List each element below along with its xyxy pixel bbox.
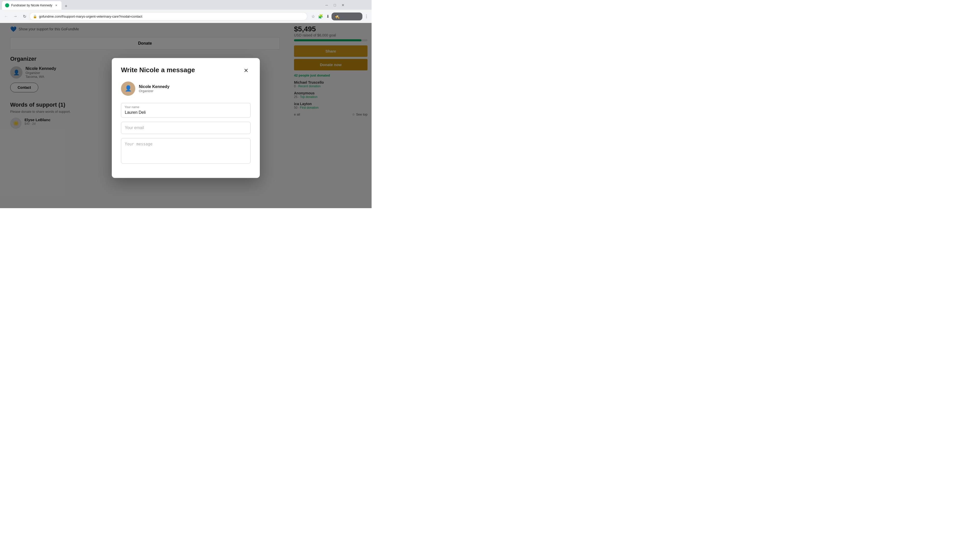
modal-organizer-avatar: 👤 — [121, 81, 135, 96]
modal-organizer-info: Nicole Kennedy Organizer — [139, 84, 169, 93]
tab-title: Fundraiser by Nicole Kennedy — [11, 3, 52, 7]
modal-title: Write Nicole a message — [121, 66, 195, 74]
modal-organizer-name: Nicole Kennedy — [139, 84, 169, 89]
active-tab[interactable]: Fundraiser by Nicole Kennedy ✕ — [2, 1, 62, 10]
message-textarea[interactable] — [121, 138, 251, 164]
modal-organizer-role: Organizer — [139, 89, 169, 93]
url-text: gofundme.com/f/support-marys-urgent-vete… — [39, 14, 304, 18]
modal-header: Write Nicole a message ✕ — [121, 66, 251, 75]
address-bar[interactable]: 🔒 gofundme.com/f/support-marys-urgent-ve… — [30, 12, 307, 21]
email-form-group — [121, 122, 251, 134]
avatar-image: 👤 — [125, 85, 132, 92]
incognito-label: Incognito — [342, 13, 360, 20]
incognito-badge: 🕵 Incognito — [331, 13, 363, 21]
star-icon[interactable]: ☆ — [310, 13, 316, 20]
browser-tabs: Fundraiser by Nicole Kennedy ✕ + ─ □ ✕ — [0, 0, 372, 10]
close-window-button[interactable]: ✕ — [340, 2, 346, 8]
back-button[interactable]: ← — [2, 12, 10, 21]
browser-nav: ← → ↻ 🔒 gofundme.com/f/support-marys-urg… — [0, 10, 372, 23]
maximize-button[interactable]: □ — [332, 2, 338, 8]
contact-modal: Write Nicole a message ✕ 👤 Nicole Kenned… — [112, 58, 260, 178]
email-input[interactable] — [121, 122, 251, 134]
new-tab-button[interactable]: + — [62, 3, 70, 10]
lock-icon: 🔒 — [33, 14, 37, 18]
reload-button[interactable]: ↻ — [21, 12, 29, 21]
browser-chrome: Fundraiser by Nicole Kennedy ✕ + ─ □ ✕ ←… — [0, 0, 372, 23]
download-icon[interactable]: ⬇ — [325, 13, 331, 20]
tab-favicon — [5, 3, 9, 7]
tab-close-button[interactable]: ✕ — [54, 3, 59, 7]
name-input[interactable] — [121, 103, 251, 118]
message-form-group — [121, 138, 251, 165]
name-form-group: Your name — [121, 103, 251, 118]
modal-close-button[interactable]: ✕ — [242, 66, 251, 75]
modal-organizer: 👤 Nicole Kennedy Organizer — [121, 81, 251, 96]
page-content: 💙 Show your support for this GoFundMe Do… — [0, 23, 372, 208]
extensions-icon[interactable]: 🧩 — [317, 13, 324, 20]
forward-button[interactable]: → — [11, 12, 19, 21]
incognito-icon: 🕵 — [334, 13, 341, 20]
browser-menu-icons: ☆ 🧩 ⬇ 🕵 Incognito ⋮ — [310, 13, 369, 21]
name-label: Your name — [124, 105, 139, 109]
minimize-button[interactable]: ─ — [324, 2, 330, 8]
more-menu-icon[interactable]: ⋮ — [363, 13, 369, 20]
